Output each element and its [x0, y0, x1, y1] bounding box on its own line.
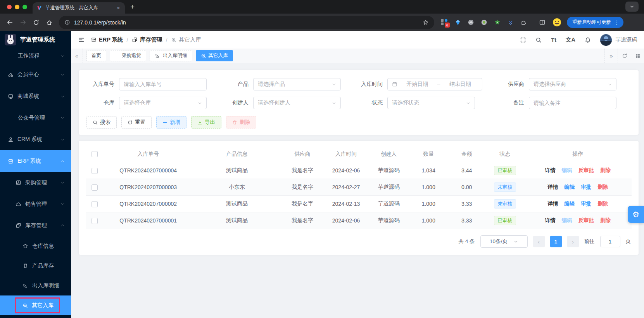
in-time-range[interactable]: 开始日期–结束日期	[387, 78, 482, 90]
tab-stock-record[interactable]: 出入库明细	[150, 50, 192, 61]
creator-select[interactable]: 请选择创建人	[253, 97, 341, 109]
product-select[interactable]: 请选择产品	[253, 78, 341, 90]
extension-icon-chevrons[interactable]	[506, 18, 515, 26]
address-bar[interactable]: 127.0.0.1/erp/stock/in	[59, 16, 434, 29]
fullscreen-button[interactable]	[520, 37, 526, 43]
sidebar-item-crm-system[interactable]: CRM 系统	[0, 129, 71, 150]
select-all-checkbox[interactable]	[92, 151, 98, 157]
extension-icon-star[interactable]	[493, 18, 501, 26]
notification-bell-icon[interactable]	[585, 37, 591, 43]
home-button[interactable]	[43, 17, 55, 28]
window-close-button[interactable]	[7, 5, 12, 9]
sidebar-item-erp-system[interactable]: ERP 系统	[0, 150, 71, 172]
extensions-puzzle-icon[interactable]	[520, 18, 528, 26]
cell-actions: 详情编辑反审批删除	[524, 212, 632, 229]
sidebar-item-mall-system[interactable]: 商城系统	[0, 85, 71, 107]
action-edit[interactable]: 编辑	[564, 201, 575, 207]
forward-button[interactable]	[17, 17, 29, 28]
action-unapprove[interactable]: 反审批	[578, 167, 594, 173]
search-button[interactable]: 搜索	[86, 116, 117, 129]
action-edit[interactable]: 编辑	[562, 167, 572, 173]
back-button[interactable]	[4, 17, 16, 28]
sidebar-item-workflow[interactable]: 工作流程	[0, 48, 71, 64]
action-approve[interactable]: 审批	[581, 201, 591, 207]
browser-menu-kebab-icon[interactable]: ⋮	[613, 19, 620, 26]
status-select[interactable]: 请选择状态	[387, 97, 475, 109]
sidebar-item-stock-record[interactable]: 出入库明细	[0, 276, 71, 295]
menu-collapse-button[interactable]	[78, 36, 85, 43]
page-size-select[interactable]: 10条/页	[480, 235, 528, 248]
bookmark-star-icon[interactable]	[423, 19, 429, 26]
sidebar-item-product-stock[interactable]: 产品库存	[0, 256, 71, 276]
row-checkbox[interactable]	[92, 218, 98, 224]
row-checkbox[interactable]	[92, 184, 98, 191]
sidebar-item-inventory-management[interactable]: 库存管理	[0, 215, 71, 236]
action-detail[interactable]: 详情	[545, 217, 556, 223]
extension-icon-gem[interactable]	[454, 18, 462, 26]
action-delete[interactable]: 删除	[600, 217, 611, 223]
breadcrumb-separator: /	[127, 37, 128, 43]
window-zoom-button[interactable]	[22, 5, 27, 9]
translate-button[interactable]: 文A	[566, 36, 575, 43]
refresh-page-button[interactable]	[618, 49, 631, 63]
action-approve[interactable]: 审批	[581, 184, 591, 190]
extension-icon-wheel[interactable]	[467, 18, 475, 26]
browser-tab[interactable]: 芋道管理系统 - 其它入库 ×	[33, 2, 125, 14]
tab-other-stock-in[interactable]: 其它入库	[196, 50, 233, 61]
page-number-current[interactable]: 1	[550, 236, 562, 247]
user-menu[interactable]: 芋道源码	[600, 34, 637, 46]
tabs-scroll-right-button[interactable]: »	[604, 49, 618, 63]
site-info-icon[interactable]	[64, 19, 70, 25]
reload-button[interactable]	[30, 17, 42, 28]
supplier-select[interactable]: 请选择供应商	[529, 78, 616, 90]
row-checkbox[interactable]	[92, 201, 98, 207]
action-unapprove[interactable]: 反审批	[578, 217, 594, 223]
action-detail[interactable]: 详情	[545, 167, 556, 173]
action-edit[interactable]: 编辑	[562, 217, 572, 223]
settings-fab[interactable]: ⚙	[628, 206, 644, 223]
app-logo-row[interactable]: 芋道管理系统	[0, 31, 71, 48]
tab-search-button[interactable]	[625, 2, 639, 12]
tabs-scroll-left-button[interactable]: «	[71, 49, 83, 63]
sidebar-item-purchase-management[interactable]: 采购管理	[0, 172, 71, 193]
tab-home[interactable]: 首页	[86, 50, 106, 61]
action-edit[interactable]: 编辑	[564, 184, 575, 190]
sidebar-item-sales-management[interactable]: 销售管理	[0, 193, 71, 215]
breadcrumb-item-stock[interactable]: 库存管理	[132, 36, 162, 43]
extension-icon-record[interactable]	[480, 18, 488, 26]
sidebar-item-warehouse-info[interactable]: 仓库信息	[0, 236, 71, 256]
next-page-button[interactable]: ›	[567, 236, 579, 247]
update-button[interactable]: 重新启动即可更新 ⋮	[567, 17, 623, 28]
add-button[interactable]: 新增	[156, 116, 186, 129]
window-minimize-button[interactable]	[15, 5, 19, 9]
action-delete[interactable]: 删除	[597, 201, 608, 207]
search-button[interactable]	[535, 37, 542, 43]
breadcrumb-item-erp[interactable]: ERP 系统	[91, 36, 123, 43]
tab-purchase-return[interactable]: —采购退货	[110, 50, 146, 61]
font-size-button[interactable]: Tt	[551, 37, 556, 43]
warehouse-select[interactable]: 请选择仓库	[119, 97, 207, 109]
new-tab-button[interactable]: +	[130, 3, 135, 11]
action-detail[interactable]: 详情	[547, 201, 558, 207]
action-detail[interactable]: 详情	[547, 184, 558, 190]
layout-grid-button[interactable]	[631, 49, 644, 63]
row-select-cell	[86, 212, 103, 229]
action-delete[interactable]: 删除	[600, 167, 611, 173]
goto-page-input[interactable]	[600, 236, 620, 247]
prev-page-button[interactable]: ‹	[533, 236, 545, 247]
export-button[interactable]: 导出	[191, 116, 221, 129]
delete-button[interactable]: 删除	[226, 116, 256, 129]
tab-close-icon[interactable]: ×	[116, 5, 121, 11]
row-checkbox[interactable]	[92, 168, 98, 174]
reset-button[interactable]: 重置	[121, 116, 152, 129]
extension-icon-grid[interactable]: 6	[440, 18, 449, 26]
order-no-input[interactable]	[119, 78, 207, 90]
side-panel-icon[interactable]	[539, 19, 546, 26]
sidebar-item-mp-management[interactable]: 公众号管理	[0, 107, 71, 129]
action-delete[interactable]: 删除	[597, 184, 608, 190]
remark-input[interactable]	[529, 97, 616, 109]
browser-profile-avatar[interactable]	[552, 18, 561, 27]
breadcrumb-item-stock-in[interactable]: 其它入库	[171, 36, 201, 43]
sidebar-item-other-stock-in[interactable]: 其它入库	[0, 295, 71, 315]
sidebar-item-member-center[interactable]: 会员中心	[0, 64, 71, 85]
